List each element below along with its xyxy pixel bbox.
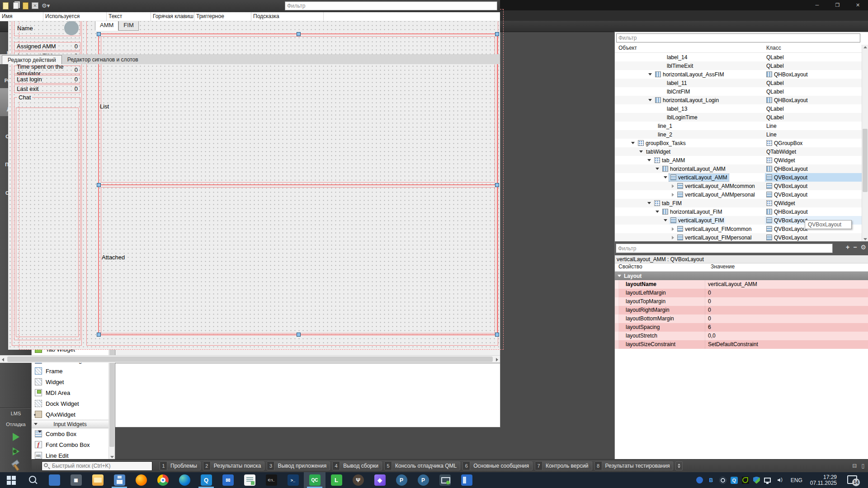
taskbar-ps-icon[interactable]: >_ xyxy=(282,472,304,488)
chevron-down-icon[interactable] xyxy=(656,211,659,213)
field-0[interactable]: Assigned AMM0 xyxy=(14,42,80,51)
toggle-panel-icon[interactable]: ▯ xyxy=(861,463,864,469)
quick-search-input[interactable] xyxy=(42,461,152,471)
taskbar-pc-icon[interactable] xyxy=(434,472,456,488)
tree-row-verticalLayout_FIMpersonal[interactable]: verticalLayout_FIMpersonalQVBoxLayout xyxy=(615,233,862,242)
taskbar-pg-icon[interactable]: P xyxy=(412,472,434,488)
chat-list-widget[interactable] xyxy=(16,108,79,337)
tray-steam-icon[interactable] xyxy=(719,477,726,484)
tree-row-line_2[interactable]: line_2Line xyxy=(615,130,862,139)
selected-layout-verticalLayout_AMM[interactable]: List Attached xyxy=(98,33,498,335)
chevron-down-icon[interactable] xyxy=(647,159,651,161)
column-3[interactable]: Горячая клавиш xyxy=(151,12,194,21)
paste-action-icon[interactable] xyxy=(22,2,30,10)
taskbar-chrome-icon[interactable] xyxy=(152,472,174,488)
resize-handle[interactable] xyxy=(97,32,101,36)
scroll-right-icon[interactable] xyxy=(496,358,498,361)
chevron-down-icon[interactable] xyxy=(656,168,659,170)
tree-row-verticalLayout_AMM[interactable]: verticalLayout_AMMQVBoxLayout xyxy=(615,173,862,182)
name-label-widget[interactable]: Name xyxy=(14,19,80,36)
widget-item-combobox[interactable]: Combo Box xyxy=(32,428,108,439)
taskbar-pg-icon[interactable]: P xyxy=(391,472,412,488)
notification-center-icon[interactable]: 14 xyxy=(847,475,859,485)
output-pane-3[interactable]: 3Вывод приложения xyxy=(267,461,330,470)
column-property[interactable]: Свойство xyxy=(618,263,642,270)
chevron-right-icon[interactable] xyxy=(672,236,674,239)
output-pane-6[interactable]: 6Основные сообщения xyxy=(462,461,533,470)
resize-handle[interactable] xyxy=(297,32,301,36)
taskbar-q-icon[interactable]: Q xyxy=(195,472,217,488)
taskbar-mail-icon[interactable]: ✉ xyxy=(217,472,239,488)
chevron-down-icon[interactable] xyxy=(648,99,652,101)
pane-spinner[interactable] xyxy=(675,461,683,470)
taskbar-lms-icon[interactable]: L xyxy=(326,472,347,488)
resize-handle[interactable] xyxy=(495,32,499,36)
inspector-filter-input[interactable] xyxy=(616,33,860,42)
tree-row-tabWidget[interactable]: tabWidgetQTabWidget xyxy=(615,147,862,156)
property-filter-input[interactable] xyxy=(616,244,833,253)
tree-row-tab_AMM[interactable]: tab_AMMQWidget xyxy=(615,156,862,164)
column-object[interactable]: Объект xyxy=(618,45,637,51)
tray-q-icon[interactable]: Q xyxy=(731,477,738,484)
taskbar-edge-icon[interactable] xyxy=(174,472,195,488)
taskbar-panel-icon[interactable] xyxy=(456,472,477,488)
field-3[interactable]: Last login0 xyxy=(14,75,80,84)
progress-indicator-icon[interactable]: ⊟ xyxy=(852,463,857,469)
column-value[interactable]: Значение xyxy=(711,263,735,270)
column-2[interactable]: Текст xyxy=(107,12,151,21)
taskbar-photos-icon[interactable] xyxy=(43,472,65,488)
taskbar-qtcreator-icon[interactable]: QC xyxy=(304,472,326,488)
widget-item-widget[interactable]: Widget xyxy=(32,376,108,387)
sublayout-personal[interactable] xyxy=(101,187,495,333)
tree-row-lblCntFIM[interactable]: lblCntFIMQLabel xyxy=(615,87,862,96)
scroll-down-icon[interactable] xyxy=(110,456,114,458)
new-action-icon[interactable] xyxy=(2,2,10,10)
tree-row-groupBox_Tasks[interactable]: groupBox_TasksQGroupBox xyxy=(615,139,862,147)
layout-section-header[interactable]: Layout xyxy=(615,272,868,280)
tree-row-line_1[interactable]: line_1Line xyxy=(615,122,862,130)
horizontal-scrollbar[interactable] xyxy=(0,355,500,363)
chevron-right-icon[interactable] xyxy=(672,193,674,197)
chevron-down-icon[interactable] xyxy=(664,219,667,221)
inspector-scrollbar[interactable] xyxy=(862,45,868,242)
widgetbox-category[interactable]: Input Widgets xyxy=(32,420,108,428)
widget-item-fontcombobox[interactable]: fFont Combo Box xyxy=(32,439,108,450)
dock-tab[interactable]: Редактор сигналов и слотов xyxy=(62,55,144,64)
tree-row-verticalLayout_AMMpersonal[interactable]: verticalLayout_AMMpersonalQVBoxLayout xyxy=(615,190,862,199)
tree-row-verticalLayout_AMMcommon[interactable]: verticalLayout_AMMcommonQVBoxLayout xyxy=(615,182,862,190)
output-pane-5[interactable]: 5Консоль отладчика QML xyxy=(384,461,460,470)
scrollbar-thumb[interactable] xyxy=(7,357,493,362)
property-row-layoutSizeConstraint[interactable]: layoutSizeConstraintSetDefaultConstraint xyxy=(615,340,868,349)
tree-row-horizontalLayout_AMM[interactable]: horizontalLayout_AMMQHBoxLayout xyxy=(615,164,862,173)
widget-item-dockwidget[interactable]: Dock Widget xyxy=(32,398,108,409)
output-pane-8[interactable]: 8Результаты тестирования xyxy=(594,461,674,470)
tree-row-horizontalLayout_AssFIM[interactable]: horizontalLayout_AssFIMQHBoxLayout xyxy=(615,70,862,79)
column-class[interactable]: Класс xyxy=(766,45,781,51)
column-5[interactable]: Подсказка xyxy=(251,12,324,21)
taskbar-explorer-icon[interactable] xyxy=(87,472,108,488)
property-row-layoutStretch[interactable]: layoutStretch0,0 xyxy=(615,332,868,340)
tree-row-label_13[interactable]: label_13QLabel xyxy=(615,104,862,113)
chevron-down-icon[interactable] xyxy=(648,73,652,75)
column-1[interactable]: Используется xyxy=(43,12,107,21)
tree-row-lblTimeExit[interactable]: lblTimeExitQLabel xyxy=(615,61,862,70)
property-row-layoutLeftMargin[interactable]: layoutLeftMargin0 xyxy=(615,289,868,297)
remove-property-button[interactable]: − xyxy=(853,244,857,251)
configure-icon[interactable]: ⚙▾ xyxy=(42,2,50,10)
scroll-left-icon[interactable] xyxy=(2,358,4,361)
widget-item-qaxwidget[interactable]: QAxWidget xyxy=(32,409,108,420)
output-pane-4[interactable]: 4Вывод сборки xyxy=(332,461,382,470)
widget-item-frame[interactable]: Frame xyxy=(32,366,108,376)
copy-action-icon[interactable] xyxy=(12,2,20,10)
field-2[interactable]: Time spent on the simulator0 xyxy=(14,66,80,74)
attached-label[interactable]: Attached xyxy=(102,254,125,261)
scrollbar-thumb[interactable] xyxy=(863,129,868,192)
property-row-layoutTopMargin[interactable]: layoutTopMargin0 xyxy=(615,297,868,306)
delete-action-icon[interactable]: ✕ xyxy=(32,2,40,10)
clock[interactable]: 17:29 07.11.2025 xyxy=(810,474,837,486)
taskbar-firefox-icon[interactable] xyxy=(130,472,152,488)
taskbar-calc-icon[interactable]: ▦ xyxy=(65,472,87,488)
property-row-layoutBottomMargin[interactable]: layoutBottomMargin0 xyxy=(615,314,868,323)
chat-groupbox[interactable]: Chat xyxy=(14,97,80,340)
taskbar-notes-icon[interactable] xyxy=(239,472,260,488)
